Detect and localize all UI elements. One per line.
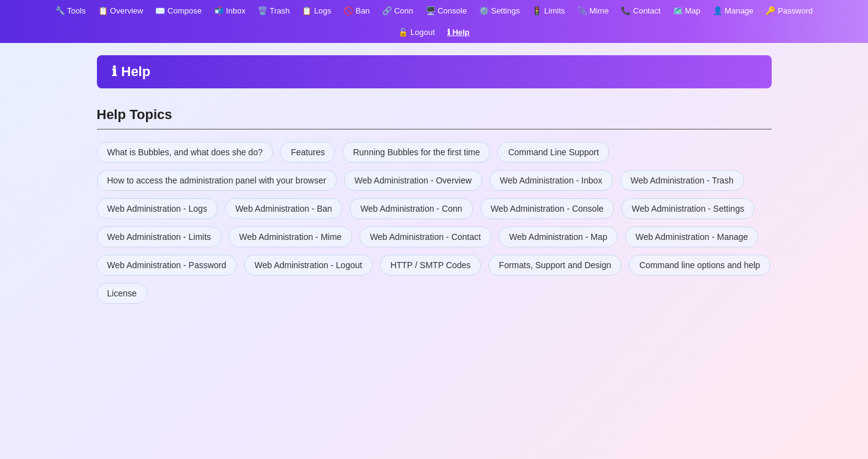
topic-web-admin-password[interactable]: Web Administration - Password	[97, 255, 237, 276]
nav-logs[interactable]: 📋 Logs	[297, 4, 336, 18]
topic-web-admin-manage[interactable]: Web Administration - Manage	[625, 226, 758, 247]
topic-running-first-time[interactable]: Running Bubbles for the first time	[342, 142, 490, 163]
topic-web-admin-overview[interactable]: Web Administration - Overview	[344, 170, 482, 191]
topic-admin-panel-access[interactable]: How to access the administration panel w…	[97, 170, 337, 191]
help-banner: ℹ Help	[97, 55, 772, 88]
nav-row2: 🔓 Logoutℹ Help	[388, 21, 479, 43]
nav-conn[interactable]: 🔗 Conn	[377, 4, 418, 18]
topic-web-admin-settings[interactable]: Web Administration - Settings	[621, 198, 755, 219]
topic-web-admin-map[interactable]: Web Administration - Map	[499, 226, 618, 247]
topic-formats-support-design[interactable]: Formats, Support and Design	[488, 255, 621, 276]
nav-row1: 🔧 Tools📋 Overview✉️ Compose📬 Inbox🗑️ Tra…	[45, 0, 823, 21]
topic-features[interactable]: Features	[280, 142, 335, 163]
nav-help[interactable]: ℹ Help	[442, 25, 475, 39]
topic-web-admin-limits[interactable]: Web Administration - Limits	[97, 226, 221, 247]
nav-trash[interactable]: 🗑️ Trash	[253, 4, 294, 18]
nav-inbox[interactable]: 📬 Inbox	[209, 4, 250, 18]
nav-map[interactable]: 🗺️ Map	[668, 4, 705, 18]
nav-password[interactable]: 🔑 Password	[761, 4, 818, 18]
topic-http-smtp-codes[interactable]: HTTP / SMTP Codes	[380, 255, 481, 276]
topic-web-admin-contact[interactable]: Web Administration - Contact	[359, 226, 491, 247]
topic-web-admin-inbox[interactable]: Web Administration - Inbox	[490, 170, 613, 191]
nav-settings[interactable]: ⚙️ Settings	[474, 4, 525, 18]
topics-container: What is Bubbles, and what does she do?Fe…	[97, 142, 772, 304]
topic-web-admin-conn[interactable]: Web Administration - Conn	[350, 198, 472, 219]
help-topics-heading: Help Topics	[97, 107, 772, 129]
topic-command-line-options[interactable]: Command line options and help	[629, 255, 770, 276]
topic-web-admin-console[interactable]: Web Administration - Console	[480, 198, 614, 219]
navbar: 🔧 Tools📋 Overview✉️ Compose📬 Inbox🗑️ Tra…	[0, 0, 868, 43]
nav-console[interactable]: 🖥️ Console	[421, 4, 472, 18]
topic-license[interactable]: License	[97, 283, 147, 304]
help-banner-title: Help	[121, 64, 151, 80]
topic-web-admin-mime[interactable]: Web Administration - Mime	[229, 226, 352, 247]
topic-web-admin-ban[interactable]: Web Administration - Ban	[225, 198, 343, 219]
topic-web-admin-trash[interactable]: Web Administration - Trash	[620, 170, 744, 191]
nav-limits[interactable]: 🚦 Limits	[527, 4, 570, 18]
nav-compose[interactable]: ✉️ Compose	[150, 4, 206, 18]
nav-mime[interactable]: 📎 Mime	[572, 4, 613, 18]
nav-tools[interactable]: 🔧 Tools	[50, 4, 91, 18]
topic-what-is-bubbles[interactable]: What is Bubbles, and what does she do?	[97, 142, 274, 163]
help-topics-section: Help Topics What is Bubbles, and what do…	[97, 107, 772, 304]
topic-web-admin-logs[interactable]: Web Administration - Logs	[97, 198, 218, 219]
help-banner-icon: ℹ	[112, 64, 117, 80]
nav-logout[interactable]: 🔓 Logout	[393, 25, 439, 39]
topic-web-admin-logout[interactable]: Web Administration - Logout	[244, 255, 373, 276]
main-content: ℹ Help Help Topics What is Bubbles, and …	[85, 43, 784, 316]
nav-overview[interactable]: 📋 Overview	[93, 4, 148, 18]
topic-command-line-support[interactable]: Command Line Support	[497, 142, 609, 163]
nav-manage[interactable]: 👤 Manage	[708, 4, 759, 18]
nav-contact[interactable]: 📞 Contact	[616, 4, 665, 18]
nav-ban[interactable]: 🚫 Ban	[339, 4, 375, 18]
